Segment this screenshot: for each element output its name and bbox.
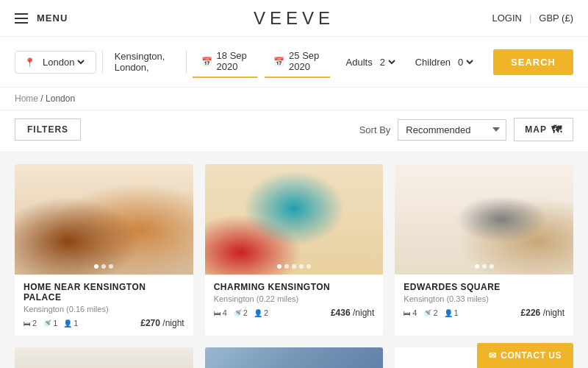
header-separator: |: [529, 13, 531, 24]
header-left: MENU: [15, 13, 68, 24]
location-detail: Kensington, London,: [109, 46, 180, 77]
price-value: £270: [140, 318, 160, 328]
listing-location: Kensington (0.33 miles): [404, 294, 564, 303]
adults-select[interactable]: 2134: [377, 56, 398, 68]
beds-amenity: 2: [24, 319, 37, 328]
children-select[interactable]: 0123: [455, 56, 476, 68]
listing-amenities: 4 2 2: [214, 308, 268, 317]
listing-footer: 4 2 1 £226 /night: [404, 308, 564, 318]
bath-icon: [233, 308, 242, 317]
partial-listing-card[interactable]: [15, 347, 193, 368]
carousel-dot[interactable]: [482, 264, 487, 269]
partial-listing-image: [205, 347, 384, 368]
beds-count: 4: [223, 308, 227, 317]
guests-count: 1: [74, 319, 78, 328]
listings-grid: HOME NEAR KENSINGTON PALACE Kensington (…: [15, 164, 573, 336]
bed-icon: [24, 319, 31, 328]
carousel-dot[interactable]: [284, 264, 289, 269]
sort-section: Sort By Recommended Price: Low to High P…: [359, 118, 573, 141]
person-icon: [444, 308, 453, 317]
partial-listing-card[interactable]: [205, 347, 384, 368]
calendar-from-icon: [201, 56, 212, 67]
contact-icon: ✉: [489, 350, 497, 361]
listing-image: [205, 164, 384, 275]
carousel-dot[interactable]: [475, 264, 479, 269]
logo[interactable]: VEEVE: [254, 8, 334, 29]
carousel-dot[interactable]: [109, 264, 113, 269]
listing-image: [15, 164, 193, 275]
listing-footer: 2 1 1 £270 /night: [24, 318, 184, 328]
menu-label[interactable]: MENU: [37, 13, 68, 24]
listing-price: £226 /night: [521, 308, 564, 318]
search-button[interactable]: SEARCH: [493, 49, 573, 75]
listing-amenities: 2 1 1: [24, 319, 78, 328]
search-bar: London Kensington, London, 18 Sep 2020 2…: [0, 37, 588, 88]
header-right: LOGIN | GBP (£): [492, 13, 573, 24]
carousel-dot[interactable]: [277, 264, 282, 269]
baths-amenity: 2: [423, 308, 437, 317]
map-button[interactable]: MAP 🗺: [514, 118, 573, 141]
search-separator-1: [102, 51, 103, 73]
location-field[interactable]: London: [15, 51, 96, 74]
date-from-field[interactable]: 18 Sep 2020: [193, 46, 257, 78]
baths-count: 2: [433, 308, 437, 317]
listing-info: HOME NEAR KENSINGTON PALACE Kensington (…: [15, 275, 193, 336]
listing-card[interactable]: CHARMING KENSINGTON Kensington (0.22 mil…: [205, 164, 384, 336]
baths-amenity: 2: [233, 308, 248, 317]
date-to-field[interactable]: 25 Sep 2020: [265, 46, 329, 78]
price-unit: /night: [543, 308, 564, 318]
guests-amenity: 2: [254, 308, 268, 317]
baths-count: 2: [243, 308, 248, 317]
date-to-value: 25 Sep 2020: [289, 50, 320, 72]
currency-selector[interactable]: GBP (£): [539, 13, 573, 24]
contact-button[interactable]: ✉ CONTACT US: [477, 343, 573, 368]
listing-card[interactable]: HOME NEAR KENSINGTON PALACE Kensington (…: [15, 164, 193, 336]
beds-amenity: 4: [404, 308, 417, 317]
listing-price: £436 /night: [331, 308, 374, 318]
carousel-dot[interactable]: [490, 264, 494, 269]
filters-button[interactable]: FILTERS: [15, 118, 81, 141]
contact-label: CONTACT US: [501, 350, 562, 361]
adults-label: Adults: [346, 57, 373, 68]
adults-field[interactable]: Adults 2134: [337, 52, 406, 73]
bath-icon: [43, 319, 51, 328]
carousel-dots: [277, 264, 311, 269]
listing-card[interactable]: EDWARDES SQUARE Kensington (0.33 miles) …: [395, 164, 573, 336]
children-field[interactable]: Children 0123: [406, 52, 484, 73]
carousel-dots: [94, 264, 113, 269]
listing-amenities: 4 2 1: [404, 308, 458, 317]
sort-select[interactable]: Recommended Price: Low to High Price: Hi…: [398, 119, 506, 141]
baths-count: 1: [53, 319, 57, 328]
guests-amenity: 1: [444, 308, 459, 317]
carousel-dot[interactable]: [101, 264, 106, 269]
carousel-dot[interactable]: [306, 264, 311, 269]
listing-info: EDWARDES SQUARE Kensington (0.33 miles) …: [395, 275, 573, 325]
map-icon: 🗺: [551, 124, 562, 135]
guests-count: 2: [264, 308, 268, 317]
carousel-dot[interactable]: [292, 264, 296, 269]
listing-location: Kensington (0.22 miles): [214, 294, 375, 303]
listing-footer: 4 2 2 £436 /night: [214, 308, 375, 318]
listing-title: HOME NEAR KENSINGTON PALACE: [24, 282, 184, 302]
login-link[interactable]: LOGIN: [492, 13, 521, 24]
price-unit: /night: [162, 318, 184, 328]
beds-amenity: 4: [214, 308, 227, 317]
carousel-dot[interactable]: [94, 264, 98, 269]
map-label: MAP: [525, 124, 547, 135]
listing-location: Kensington (0.16 miles): [24, 305, 184, 314]
breadcrumb-current: London: [46, 93, 75, 104]
breadcrumb-home[interactable]: Home: [15, 93, 38, 104]
carousel-dot[interactable]: [299, 264, 304, 269]
baths-amenity: 1: [43, 319, 57, 328]
location-select[interactable]: London: [40, 56, 87, 68]
hamburger-menu[interactable]: [15, 13, 28, 24]
price-unit: /night: [353, 308, 374, 318]
breadcrumb: Home / London: [0, 88, 588, 110]
children-label: Children: [415, 57, 451, 68]
beds-count: 2: [32, 319, 37, 328]
listing-info: CHARMING KENSINGTON Kensington (0.22 mil…: [205, 275, 384, 325]
bath-icon: [423, 308, 431, 317]
carousel-dots: [475, 264, 494, 269]
person-icon: [254, 308, 262, 317]
listing-title: EDWARDES SQUARE: [404, 282, 564, 292]
